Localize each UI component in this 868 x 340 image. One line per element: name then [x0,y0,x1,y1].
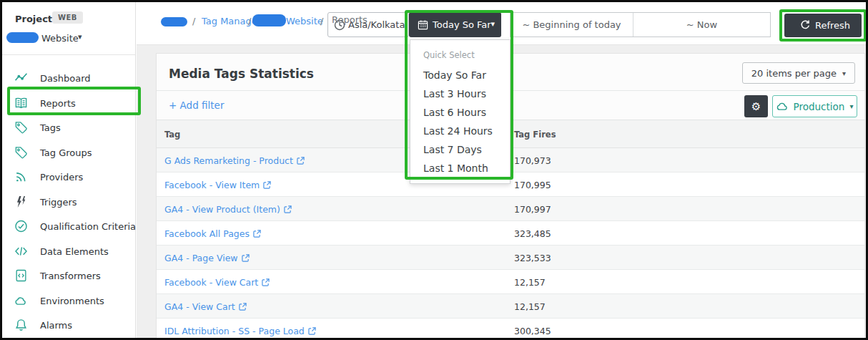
sidebar-item-data-elements[interactable]: Data Elements [2,239,135,264]
tag-link[interactable]: IDL Attribution - SS - Page Load [164,326,316,336]
external-link-icon [297,157,305,165]
items-per-page-dropdown[interactable]: 20 items per page ▾ [742,62,855,84]
breadcrumb-separator: / [248,16,251,26]
sidebar: Project WEB Website ▾ Dashboard Reports [2,2,136,338]
table-row: GA4 - Page View 323,533 [157,246,864,270]
range-from-field[interactable]: ~ Beginning of today [511,13,633,37]
tag-link[interactable]: Facebook - View Item [164,180,271,190]
dashboard-icon [14,72,28,85]
quick-select-option-last-3-hours[interactable]: Last 3 Hours [410,84,510,103]
table-row: GA4 - View Product (Item) 170,997 [157,197,864,221]
sidebar-item-label: Providers [40,172,83,183]
external-link-icon [308,327,316,335]
items-per-page-label: 20 items per page [751,68,837,79]
code-brackets-icon [14,244,28,258]
divider [157,90,864,91]
tag-icon [14,121,28,135]
date-range-button[interactable]: Today So Far ▾ [409,12,501,37]
range-to-field[interactable]: ~ Now [633,13,770,37]
breadcrumb-current-reports: Reports [332,14,368,25]
table-row: Facebook All Pages 323,485 [157,221,864,246]
tag-link[interactable]: GA4 - View Product (Item) [164,204,292,215]
sidebar-item-label: Reports [40,97,76,108]
sidebar-item-label: Transformers [40,271,101,281]
tag-fires-value: 12,157 [514,277,546,288]
redacted-site-name [6,32,39,43]
tag-link[interactable]: GA4 - View Cart [164,301,247,312]
external-link-icon [284,205,292,213]
quick-select-header: Quick Select [410,49,510,66]
reports-book-icon [14,96,28,110]
gear-icon: ⚙ [751,100,761,113]
sidebar-item-label: Alarms [40,320,72,331]
tag-link[interactable]: Facebook - View Cart [164,277,270,288]
refresh-icon [800,19,811,30]
check-circle-icon [14,220,28,233]
quick-select-option-today-so-far[interactable]: Today So Far [410,66,510,84]
breadcrumb-website[interactable]: Website [286,16,323,26]
refresh-button[interactable]: Refresh [784,14,862,37]
quick-select-option-last-6-hours[interactable]: Last 6 Hours [410,103,510,122]
sidebar-item-tag-groups[interactable]: Tag Groups [2,140,135,165]
environment-dropdown[interactable]: Production ▾ [772,95,857,117]
sidebar-item-label: Dashboard [40,73,91,84]
sidebar-item-label: Triggers [40,196,77,207]
table-body: G Ads Remarketing - Product 170,973 Face… [157,148,864,340]
project-site-label: Website [41,33,79,44]
sidebar-item-alarms[interactable]: Alarms [2,313,135,338]
quick-select-option-last-1-month[interactable]: Last 1 Month [410,159,510,178]
sidebar-item-reports[interactable]: Reports [2,91,135,116]
cloud-icon [14,293,28,307]
column-header-tag: Tag [164,130,180,140]
sidebar-nav: Dashboard Reports Tags Tag Groups [2,66,135,338]
tag-link[interactable]: Facebook All Pages [164,228,261,239]
cloud-icon [776,102,789,111]
chevron-down-icon: ▾ [842,69,846,77]
tag-group-icon [14,145,28,159]
redacted-breadcrumb-account [161,17,187,26]
external-link-icon [239,303,247,311]
chevron-down-icon[interactable]: ▾ [78,32,82,42]
settings-gear-button[interactable]: ⚙ [744,95,768,117]
external-link-icon [253,230,261,238]
table-row: G Ads Remarketing - Product 170,973 [157,148,864,173]
sidebar-item-qualification-criteria[interactable]: Qualification Criteria [2,214,135,239]
sidebar-item-tags[interactable]: Tags [2,115,135,140]
tag-fires-value: 300,345 [514,326,551,336]
project-header: Project WEB Website ▾ [2,2,135,55]
tag-fires-value: 170,995 [514,180,551,190]
sidebar-item-label: Tag Groups [40,147,92,157]
sidebar-item-label: Data Elements [40,246,109,256]
sidebar-item-transformers[interactable]: Transformers [2,263,135,288]
date-range-label: Today So Far [433,19,491,30]
environment-label: Production [794,101,845,112]
lightning-bolts-icon [14,195,28,208]
table-header: Tag Tag Fires [157,120,864,148]
table-row: GA4 - View Cart 12,157 [157,294,864,319]
external-link-icon [242,254,250,262]
tag-fires-value: 323,485 [514,228,551,239]
sidebar-item-providers[interactable]: Providers [2,165,135,190]
add-filter-link[interactable]: + Add filter [169,99,224,111]
sidebar-item-label: Tags [40,122,61,133]
tag-fires-value: 323,533 [514,253,551,263]
quick-select-option-last-24-hours[interactable]: Last 24 Hours [410,122,510,140]
breadcrumb-separator: / [320,16,323,26]
report-card: Media Tags Statistics 20 items per page … [156,53,865,340]
tag-fires-value: 170,997 [514,204,551,215]
quick-select-option-last-7-days[interactable]: Last 7 Days [410,140,510,159]
rss-signal-icon [14,170,28,184]
tag-link[interactable]: G Ads Remarketing - Product [164,155,305,166]
quick-select-dropdown: Quick Select Today So Far Last 3 Hours L… [410,39,511,184]
sidebar-item-label: Qualification Criteria [40,221,136,232]
sidebar-item-environments[interactable]: Environments [2,288,135,314]
column-header-tag-fires: Tag Fires [514,130,556,140]
sidebar-item-triggers[interactable]: Triggers [2,190,135,215]
tag-fires-value: 12,157 [514,301,546,312]
redacted-breadcrumb-site [252,14,286,26]
table-row: IDL Attribution - SS - Page Load 300,345 [157,319,864,340]
table-row: Facebook - View Cart 12,157 [157,270,864,294]
tag-link[interactable]: GA4 - Page View [164,253,250,263]
chevron-down-icon: ▾ [849,102,853,110]
sidebar-item-dashboard[interactable]: Dashboard [2,66,135,91]
